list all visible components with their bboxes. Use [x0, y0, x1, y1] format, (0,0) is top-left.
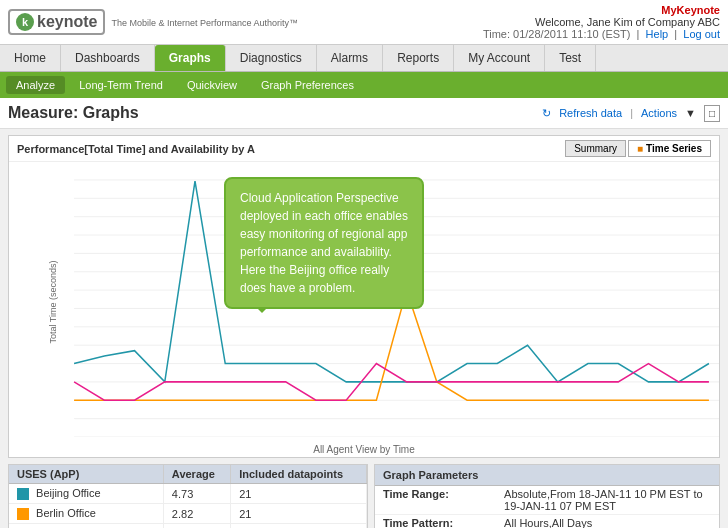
nav-test[interactable]: Test [545, 45, 596, 71]
chart-area: Total Time (seconds) Cloud Application P… [9, 162, 719, 442]
subnav-graphprefs[interactable]: Graph Preferences [251, 76, 364, 94]
legend-table: USES (ApP) Average Included datapoints B… [8, 464, 368, 528]
col-included: Included datapoints [231, 465, 367, 484]
logo: k keynote [8, 9, 105, 35]
nav-alarms[interactable]: Alarms [317, 45, 383, 71]
param-value-0: Absolute,From 18-JAN-11 10 PM EST to 19-… [496, 486, 719, 515]
nav-home[interactable]: Home [0, 45, 61, 71]
page-actions: ↻ Refresh data | Actions ▼ □ [542, 105, 720, 122]
graph-header: Performance[Total Time] and Availability… [9, 136, 719, 162]
col-average: Average [163, 465, 230, 484]
bottom-section: USES (ApP) Average Included datapoints B… [8, 464, 720, 528]
page-title: Measure: Graphs [8, 104, 139, 122]
x-axis-label: All Agent View by Time [9, 442, 719, 457]
berlin-label: Berlin Office [36, 507, 96, 519]
nav-diagnostics[interactable]: Diagnostics [226, 45, 317, 71]
main-content: Performance[Total Time] and Availability… [0, 129, 728, 528]
subnav-analyze[interactable]: Analyze [6, 76, 65, 94]
main-nav: Home Dashboards Graphs Diagnostics Alarm… [0, 45, 728, 72]
params-table: Graph Parameters Time Range: Absolute,Fr… [374, 464, 720, 528]
beijing-swatch [17, 488, 29, 500]
param-label-0: Time Range: [375, 486, 496, 515]
table-row: San Francisco Office 3.06 21 [9, 524, 367, 528]
chart-svg-container: Cloud Application Perspective deployed i… [64, 167, 719, 437]
sub-nav: Analyze Long-Term Trend Quickview Graph … [0, 72, 728, 98]
table-row: Beijing Office 4.73 21 [9, 484, 367, 504]
tagline: The Mobile & Internet Performance Author… [111, 18, 298, 28]
berlin-included: 21 [231, 504, 367, 524]
logout-link[interactable]: Log out [683, 28, 720, 40]
logo-text: keynote [37, 13, 97, 31]
berlin-swatch [17, 508, 29, 520]
berlin-average: 2.82 [163, 504, 230, 524]
time-series-button[interactable]: ■ Time Series [628, 140, 711, 157]
view-buttons: Summary ■ Time Series [565, 140, 711, 157]
time-series-label: Time Series [646, 143, 702, 154]
nav-myaccount[interactable]: My Account [454, 45, 545, 71]
actions-link[interactable]: Actions [641, 107, 677, 119]
beijing-included: 21 [231, 484, 367, 504]
params-title: Graph Parameters [375, 465, 719, 486]
legend-sf: San Francisco Office [9, 524, 163, 528]
beijing-label: Beijing Office [36, 487, 101, 499]
graph-container: Performance[Total Time] and Availability… [8, 135, 720, 458]
time-display: Time: 01/28/2011 11:10 (EST) [483, 28, 631, 40]
page-header: Measure: Graphs ↻ Refresh data | Actions… [0, 98, 728, 129]
param-row: Time Pattern: All Hours,All Days [375, 515, 719, 529]
param-label-1: Time Pattern: [375, 515, 496, 529]
param-value-1: All Hours,All Days [496, 515, 719, 529]
col-uses: USES (ApP) [9, 465, 163, 484]
y-axis-label: Total Time (seconds) [48, 260, 58, 343]
logo-icon: k [16, 13, 34, 31]
user-info: MyKeynote Welcome, Jane Kim of Company A… [483, 4, 720, 40]
sf-included: 21 [231, 524, 367, 528]
table-row: Berlin Office 2.82 21 [9, 504, 367, 524]
help-links: Time: 01/28/2011 11:10 (EST) | Help | Lo… [483, 28, 720, 40]
help-link[interactable]: Help [646, 28, 669, 40]
nav-dashboards[interactable]: Dashboards [61, 45, 155, 71]
expand-button[interactable]: □ [704, 105, 720, 122]
subnav-quickview[interactable]: Quickview [177, 76, 247, 94]
param-row: Time Range: Absolute,From 18-JAN-11 10 P… [375, 486, 719, 515]
subnav-longterm[interactable]: Long-Term Trend [69, 76, 173, 94]
refresh-link[interactable]: Refresh data [559, 107, 622, 119]
sf-average: 3.06 [163, 524, 230, 528]
logo-area: k keynote The Mobile & Internet Performa… [8, 9, 298, 35]
legend-beijing: Beijing Office [9, 484, 163, 504]
beijing-average: 4.73 [163, 484, 230, 504]
mykeynote-link[interactable]: MyKeynote [661, 4, 720, 16]
summary-button[interactable]: Summary [565, 140, 626, 157]
top-header: k keynote The Mobile & Internet Performa… [0, 0, 728, 45]
separator: | [630, 107, 633, 119]
legend-berlin: Berlin Office [9, 504, 163, 524]
nav-reports[interactable]: Reports [383, 45, 454, 71]
refresh-icon: ↻ [542, 107, 551, 120]
time-series-icon: ■ [637, 143, 643, 154]
tooltip-bubble: Cloud Application Perspective deployed i… [224, 177, 424, 309]
nav-graphs[interactable]: Graphs [155, 45, 226, 71]
graph-title: Performance[Total Time] and Availability… [17, 143, 255, 155]
actions-arrow: ▼ [685, 107, 696, 119]
welcome-text: Welcome, Jane Kim of Company ABC [483, 16, 720, 28]
